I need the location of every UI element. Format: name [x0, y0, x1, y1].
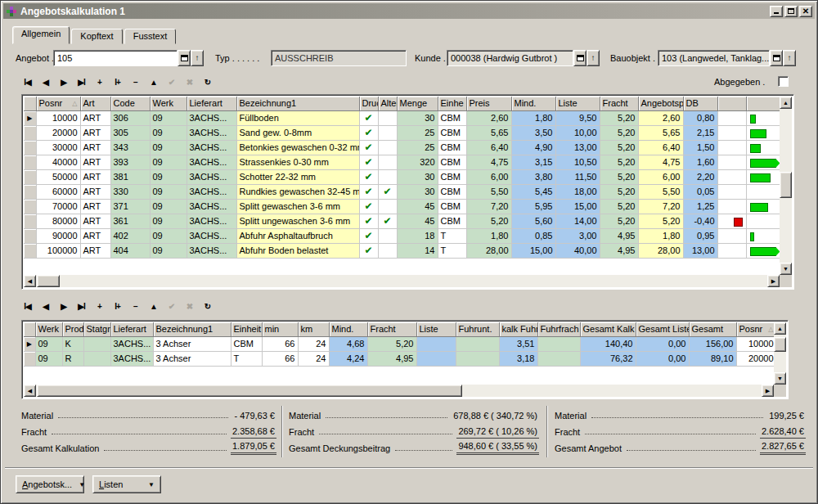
- column-header-fuhrunt-[interactable]: Fuhrunt.: [456, 322, 499, 336]
- cell-db[interactable]: 13,00: [683, 243, 717, 258]
- cell-gesamt[interactable]: 156,00: [689, 336, 736, 351]
- cell-angebotsp[interactable]: 5,20: [638, 214, 683, 228]
- cell-code[interactable]: 330: [110, 184, 150, 199]
- cell-fracht[interactable]: 4,95: [367, 351, 416, 366]
- druck-check-icon[interactable]: ✔: [359, 199, 378, 214]
- cell-min[interactable]: 66: [262, 351, 298, 366]
- cell-liste[interactable]: 15,00: [555, 199, 600, 214]
- druck-check-icon[interactable]: ✔: [359, 140, 378, 155]
- cell-angebotsp[interactable]: 6,40: [638, 140, 683, 155]
- cell-werk[interactable]: 09: [150, 140, 187, 155]
- angebot-open-button[interactable]: ↑: [191, 50, 204, 66]
- cell-werk[interactable]: 09: [150, 169, 187, 184]
- cell-werk[interactable]: 09: [150, 125, 187, 140]
- cell-db[interactable]: 1,25: [683, 199, 717, 214]
- kunde-lookup-button[interactable]: [573, 50, 587, 66]
- listen-menu-button[interactable]: Listen▼: [92, 475, 161, 493]
- cell-code[interactable]: 306: [110, 110, 150, 125]
- cell-menge[interactable]: 30: [397, 110, 438, 125]
- freight-vertical-scrollbar[interactable]: ▲ ▼: [774, 322, 786, 385]
- cell-mind[interactable]: 5,45: [511, 184, 555, 199]
- cell-posnr[interactable]: 30000: [36, 140, 80, 155]
- cell-angebotsp[interactable]: 7,20: [638, 199, 683, 214]
- cell-einheit[interactable]: CBM: [438, 155, 466, 169]
- cell-posnr[interactable]: 90000: [36, 228, 80, 243]
- cell-lieferart[interactable]: 3ACHS...: [187, 214, 236, 228]
- cell-einheit[interactable]: T: [231, 351, 262, 366]
- druck-check-icon[interactable]: ✔: [359, 228, 378, 243]
- cell-fuhrunt[interactable]: [456, 351, 499, 366]
- cell-code[interactable]: 402: [110, 228, 150, 243]
- cell-db[interactable]: 1,50: [683, 140, 717, 155]
- cell-einheit[interactable]: CBM: [438, 169, 466, 184]
- abgegeben-checkbox[interactable]: [778, 76, 789, 87]
- cell-bezeichnung[interactable]: Sand gew. 0-8mm: [236, 125, 359, 140]
- scroll-thumb[interactable]: [37, 275, 60, 287]
- scroll-thumb[interactable]: [780, 172, 792, 198]
- column-header-fracht[interactable]: Fracht: [367, 322, 416, 336]
- cell-lieferart[interactable]: 3ACHS...: [187, 169, 236, 184]
- scroll-thumb[interactable]: [774, 337, 786, 352]
- cell-red-flag[interactable]: [717, 155, 746, 169]
- prior-record-button[interactable]: ◀: [37, 74, 54, 89]
- cell-mind[interactable]: 3,15: [511, 155, 555, 169]
- cell-posnr[interactable]: 10000: [736, 336, 774, 351]
- cell-bar[interactable]: [746, 125, 780, 140]
- cell-menge[interactable]: 18: [397, 228, 438, 243]
- cell-angebotsp[interactable]: 6,00: [638, 169, 683, 184]
- cell-liste[interactable]: 14,00: [555, 214, 600, 228]
- angebotsk-menu-button[interactable]: Angebotsk...▼: [16, 475, 84, 493]
- cancel-record-button[interactable]: ✖: [181, 74, 198, 89]
- cell-red-flag[interactable]: [717, 184, 746, 199]
- column-header-db[interactable]: DB: [683, 97, 717, 110]
- cell-posnr[interactable]: 80000: [36, 214, 80, 228]
- cell-liste[interactable]: 9,50: [555, 110, 600, 125]
- column-header-mind-[interactable]: Mind.: [329, 322, 367, 336]
- cell-bar[interactable]: [746, 199, 780, 214]
- scroll-left-button[interactable]: ◀: [24, 385, 36, 397]
- table-row[interactable]: 60000ART330093ACHS...Rundkies gewaschen …: [24, 184, 780, 199]
- druck-check-icon[interactable]: ✔: [359, 110, 378, 125]
- bauobjekt-open-button[interactable]: ↑: [783, 50, 796, 66]
- cell-red-flag[interactable]: [717, 228, 746, 243]
- cell-art[interactable]: ART: [80, 214, 110, 228]
- kunde-input[interactable]: 000038 (Hardwig Gutbrot ): [447, 50, 573, 66]
- column-header-min[interactable]: min: [262, 322, 298, 336]
- cell-red-flag[interactable]: [717, 140, 746, 155]
- titlebar[interactable]: Angebotskalkulation 1 ✕: [3, 3, 815, 19]
- column-header-bezeichnung1[interactable]: Bezeichnung1: [236, 97, 359, 110]
- cell-db[interactable]: 0,95: [683, 228, 717, 243]
- cell-fracht[interactable]: 5,20: [600, 155, 638, 169]
- alter-check-icon[interactable]: [378, 228, 397, 243]
- cell-fracht[interactable]: 5,20: [600, 214, 638, 228]
- cell-einheit[interactable]: CBM: [438, 199, 466, 214]
- cell-fuhrfracht[interactable]: [537, 351, 580, 366]
- cell-kalk-fuhr[interactable]: 3,18: [499, 351, 537, 366]
- cell-menge[interactable]: 45: [397, 199, 438, 214]
- column-header-gesamt-liste[interactable]: Gesamt Liste: [636, 322, 689, 336]
- minimize-button[interactable]: [770, 6, 783, 17]
- cell-posnr[interactable]: 50000: [36, 169, 80, 184]
- cell-werk[interactable]: 09: [150, 199, 187, 214]
- cell-lieferart[interactable]: 3ACHS...: [187, 228, 236, 243]
- cell-fracht[interactable]: 5,20: [600, 169, 638, 184]
- cell-posnr[interactable]: 20000: [36, 125, 80, 140]
- insert-record-button[interactable]: +: [91, 299, 108, 313]
- cell-bar[interactable]: [746, 184, 780, 199]
- column-header-angebotsp[interactable]: Angebotsp: [638, 97, 683, 110]
- cell-db[interactable]: 1,60: [683, 155, 717, 169]
- cell-einheit[interactable]: CBM: [231, 336, 262, 351]
- cell-menge[interactable]: 45: [397, 214, 438, 228]
- table-row[interactable]: 40000ART393093ACHS...Strassenkies 0-30 m…: [24, 155, 780, 169]
- cell-red-flag[interactable]: [717, 169, 746, 184]
- alter-check-icon[interactable]: [378, 155, 397, 169]
- column-header-kalk-fuhrl[interactable]: kalk Fuhrl: [499, 322, 537, 336]
- cell-werk[interactable]: 09: [150, 184, 187, 199]
- column-header-fuhrfrach[interactable]: Fuhrfrach: [537, 322, 580, 336]
- positions-horizontal-scrollbar[interactable]: ◀ ▶: [24, 275, 780, 287]
- cell-mind[interactable]: 5,95: [511, 199, 555, 214]
- refresh-button[interactable]: ↻: [199, 299, 216, 313]
- cell-mind[interactable]: 3,80: [511, 169, 555, 184]
- cell-mind[interactable]: 0,85: [511, 228, 555, 243]
- cell-preis[interactable]: 28,00: [466, 243, 511, 258]
